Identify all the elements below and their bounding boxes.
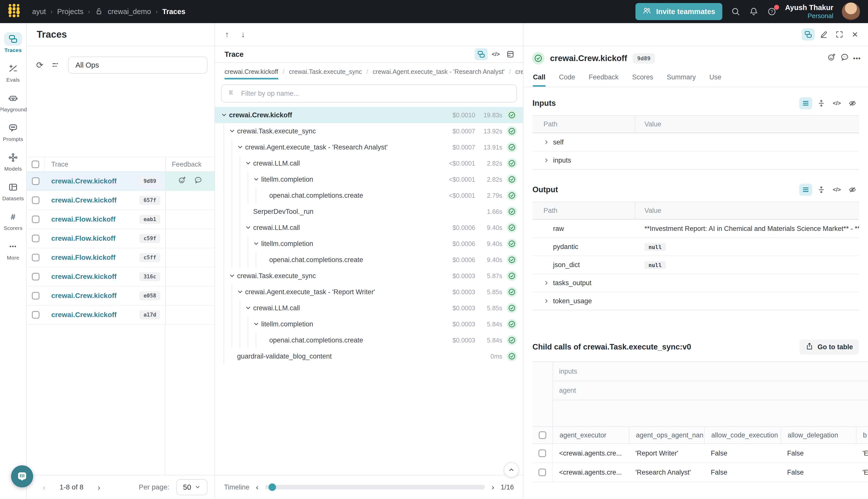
select-all-checkbox[interactable] (539, 431, 546, 439)
sidebar-item-scorers[interactable]: # Scorers (0, 206, 26, 236)
tree-row[interactable]: crewai.LLM.call $0.0006 9.40s (215, 220, 523, 236)
tree-row[interactable]: openai.chat.completions.create $0.0006 9… (215, 252, 523, 268)
tree-row[interactable]: crewai.Task.execute_sync $0.0007 13.92s (215, 123, 523, 139)
per-page-select[interactable]: 50 (176, 479, 208, 495)
add-reaction-icon[interactable] (178, 176, 186, 186)
row-checkbox[interactable] (32, 311, 39, 319)
timeline-next-icon[interactable]: › (492, 483, 494, 491)
tab[interactable]: Call (533, 70, 546, 87)
chevron-down-icon[interactable] (228, 272, 236, 279)
trace-link[interactable]: crewai.Crew.kickoff (51, 311, 116, 319)
table-row[interactable]: crewai.Flow.kickoff c5ff (27, 248, 214, 267)
row-checkbox[interactable] (32, 178, 39, 185)
next-page-button[interactable]: › (92, 483, 105, 492)
chevron-down-icon[interactable] (244, 224, 252, 231)
chevron-down-icon[interactable] (252, 321, 260, 327)
sidebar-item-prompts[interactable]: Prompts (0, 117, 26, 147)
kv-row[interactable]: tasks_output (532, 273, 859, 292)
column-header[interactable]: b (856, 427, 868, 443)
table-row[interactable]: crewai.Crew.kickoff e058 (27, 287, 214, 305)
trace-link[interactable]: crewai.Crew.kickoff (51, 292, 116, 300)
tab[interactable]: Code (559, 70, 575, 87)
sidebar-item-traces[interactable]: Traces (0, 28, 26, 58)
user-menu[interactable]: Ayush Thakur Personal (785, 3, 833, 20)
breadcrumb-call-2[interactable]: crewai.Agent.execute_task - 'Research An… (373, 68, 505, 80)
breadcrumb-call-0[interactable]: crewai.Crew.kickoff (224, 68, 278, 80)
select-all-checkbox[interactable] (32, 160, 39, 168)
sidebar-item-evals[interactable]: Evals (0, 58, 26, 87)
column-header-feedback[interactable]: Feedback (165, 157, 214, 171)
close-icon[interactable]: ✕ (848, 28, 861, 40)
table-row[interactable]: crewai.Flow.kickoff c59f (27, 229, 214, 248)
sidebar-item-models[interactable]: Models (0, 147, 26, 177)
row-checkbox[interactable] (32, 216, 39, 223)
timeline-slider-knob[interactable] (269, 484, 276, 491)
fullscreen-icon[interactable] (833, 28, 846, 40)
tab[interactable]: Use (709, 70, 721, 87)
search-icon[interactable] (731, 7, 741, 16)
wandb-logo-icon[interactable] (8, 3, 24, 20)
kv-row[interactable]: raw **Investment Report: AI in Chemical … (532, 219, 859, 238)
code-view-icon[interactable]: </> (489, 48, 502, 60)
next-trace-icon[interactable]: ↓ (241, 30, 245, 39)
go-to-table-button[interactable]: Go to table (799, 339, 859, 354)
trace-link[interactable]: crewai.Flow.kickoff (51, 254, 115, 261)
tree-view-icon[interactable] (802, 28, 815, 40)
chevron-right-icon[interactable] (544, 157, 549, 163)
chevron-down-icon[interactable] (220, 112, 228, 118)
hide-icon[interactable] (846, 97, 859, 109)
tree-row[interactable]: crewai.LLM.call $0.0003 5.85s (215, 300, 523, 316)
tree-view-icon[interactable] (475, 48, 488, 60)
tree-row[interactable]: openai.chat.completions.create <$0.0001 … (215, 187, 523, 204)
code-view-icon[interactable]: </> (830, 184, 843, 196)
sidebar-item-more[interactable]: ••• More (0, 236, 26, 265)
table-row[interactable]: crewai.Flow.kickoff eab1 (27, 210, 214, 229)
comment-icon[interactable] (840, 53, 849, 64)
table-row[interactable]: crewai.Crew.kickoff a17d (27, 305, 214, 325)
chevron-down-icon[interactable] (252, 241, 260, 247)
trace-link[interactable]: crewai.Flow.kickoff (51, 215, 115, 223)
invite-teammates-button[interactable]: Invite teammates (635, 3, 722, 20)
tree-row[interactable]: litellm.completion $0.0006 9.40s (215, 236, 523, 252)
sidebar-item-playground[interactable]: Playground (0, 87, 26, 117)
tree-row[interactable]: crewai.Agent.execute_task - 'Research An… (215, 139, 523, 155)
kv-row[interactable]: json_dict null (532, 256, 859, 273)
trace-link[interactable]: crewai.Crew.kickoff (51, 272, 116, 281)
breadcrumb-projects[interactable]: Projects (57, 8, 84, 16)
column-header[interactable]: agent_executor (553, 427, 629, 443)
breadcrumb-entity[interactable]: ayut (32, 8, 46, 16)
code-view-icon[interactable]: </> (830, 97, 843, 109)
tab[interactable]: Feedback (589, 70, 619, 87)
prev-page-button[interactable]: ‹ (38, 483, 50, 492)
chat-widget-button[interactable] (11, 465, 33, 487)
row-checkbox[interactable] (32, 292, 39, 300)
kv-row[interactable]: pydantic null (532, 238, 859, 256)
tree-row[interactable]: crewai.Agent.execute_task - 'Report Writ… (215, 284, 523, 300)
timeline-prev-icon[interactable]: ‹ (256, 483, 258, 491)
table-row[interactable]: crewai.Crew.kickoff 9d89 (27, 172, 214, 191)
comment-icon[interactable] (194, 176, 202, 186)
expand-rows-icon[interactable] (815, 97, 828, 109)
timeline-slider[interactable] (265, 485, 485, 489)
avatar[interactable] (842, 2, 860, 21)
help-icon[interactable]: ? (767, 7, 777, 16)
breadcrumb-call-1[interactable]: crewai.Task.execute_sync (289, 68, 362, 80)
chevron-down-icon[interactable] (236, 289, 244, 295)
row-checkbox[interactable] (32, 235, 39, 242)
tree-row[interactable]: crewai.Crew.kickoff $0.0010 19.83s (215, 107, 523, 123)
breadcrumb-project[interactable]: crewai_demo (108, 8, 151, 16)
trace-link[interactable]: crewai.Crew.kickoff (51, 196, 116, 204)
chevron-down-icon[interactable] (244, 160, 252, 167)
trace-link[interactable]: crewai.Flow.kickoff (51, 234, 115, 242)
tree-row[interactable]: litellm.completion <$0.0001 2.82s (215, 171, 523, 187)
kv-row[interactable]: inputs (532, 151, 859, 169)
column-header[interactable]: allow_delegation (781, 427, 856, 443)
expand-rows-icon[interactable] (815, 184, 828, 196)
tree-row[interactable]: SerperDevTool._run 1.66s (215, 204, 523, 220)
table-row[interactable]: crewai.Crew.kickoff 657f (27, 191, 214, 210)
flame-graph-icon[interactable] (504, 48, 517, 60)
chevron-down-icon[interactable] (228, 128, 236, 134)
row-checkbox[interactable] (538, 468, 546, 476)
chevron-right-icon[interactable] (544, 298, 549, 304)
row-checkbox[interactable] (32, 273, 39, 280)
